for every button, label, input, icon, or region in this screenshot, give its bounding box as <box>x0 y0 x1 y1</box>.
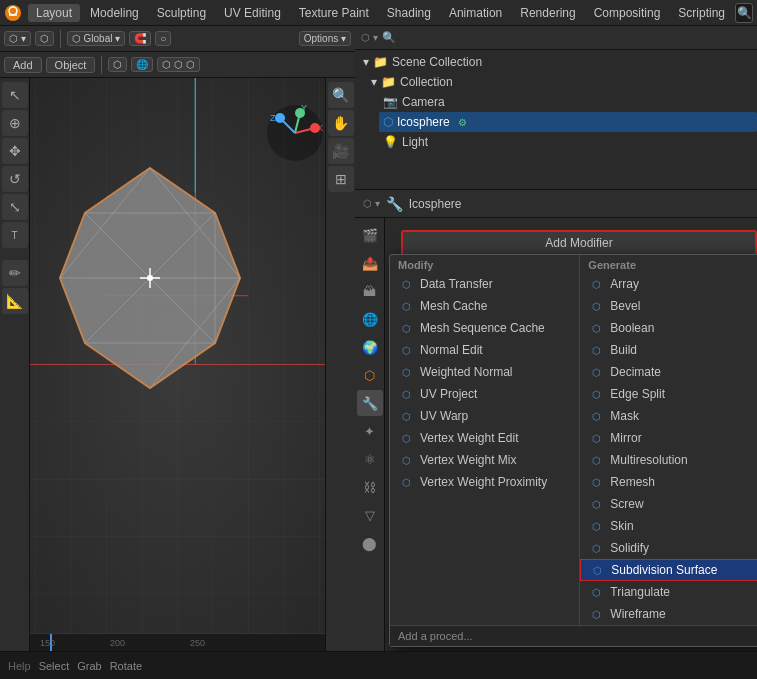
camera-view-tool[interactable]: 🎥 <box>328 138 354 164</box>
dropdown-remesh[interactable]: ⬡ Remesh <box>580 471 757 493</box>
options-btn[interactable]: Options ▾ <box>299 31 351 46</box>
particle-props-icon[interactable]: ✦ <box>357 418 383 444</box>
menu-sculpting[interactable]: Sculpting <box>149 4 214 22</box>
world-props-icon[interactable]: 🌍 <box>357 334 383 360</box>
dropdown-vwe[interactable]: ⬡ Vertex Weight Edit <box>390 427 579 449</box>
ne-icon: ⬡ <box>398 342 414 358</box>
outliner-item-light[interactable]: 💡 Light <box>379 132 757 152</box>
add-procedural-label[interactable]: Add a proced... <box>398 630 473 642</box>
menu-animation[interactable]: Animation <box>441 4 510 22</box>
top-menu-bar: Layout Modeling Sculpting UV Editing Tex… <box>0 0 757 26</box>
menu-shading[interactable]: Shading <box>379 4 439 22</box>
dropdown-subdivision-surface[interactable]: ⬡ Subdivision Surface <box>580 559 757 581</box>
dropdown-multires[interactable]: ⬡ Multiresolution <box>580 449 757 471</box>
dropdown-mask[interactable]: ⬡ Mask <box>580 405 757 427</box>
object-menu-btn[interactable]: Object <box>46 57 96 73</box>
modify-section-title: Modify <box>390 255 579 273</box>
dropdown-solidify[interactable]: ⬡ Solidify <box>580 537 757 559</box>
dropdown-screw[interactable]: ⬡ Screw <box>580 493 757 515</box>
bool-icon: ⬡ <box>588 320 604 336</box>
dropdown-normal-edit[interactable]: ⬡ Normal Edit <box>390 339 579 361</box>
dropdown-vwm[interactable]: ⬡ Vertex Weight Mix <box>390 449 579 471</box>
render-props-icon[interactable]: 🎬 <box>357 222 383 248</box>
physics-props-icon[interactable]: ⚛ <box>357 446 383 472</box>
dropdown-array[interactable]: ⬡ Array <box>580 273 757 295</box>
viewport-menu-btn[interactable]: ⬡ ▾ <box>4 31 31 46</box>
annotate-tool[interactable]: ✏ <box>2 260 28 286</box>
dropdown-mesh-cache[interactable]: ⬡ Mesh Cache <box>390 295 579 317</box>
viewport-canvas[interactable]: X Y Z ↖ ⊕ ✥ ↺ ⤡ T ✏ 📐 🔍 ✋ 🎥 <box>0 78 355 651</box>
dropdown-data-transfer[interactable]: ⬡ Data Transfer <box>390 273 579 295</box>
dropdown-bevel[interactable]: ⬡ Bevel <box>580 295 757 317</box>
dec-label: Decimate <box>610 365 661 379</box>
dropdown-uv-project[interactable]: ⬡ UV Project <box>390 383 579 405</box>
svg-point-42 <box>147 275 153 281</box>
outliner-menu[interactable]: ⬡ ▾ <box>361 32 378 43</box>
outliner-filter[interactable]: 🔍 <box>382 31 396 44</box>
dropdown-vwp[interactable]: ⬡ Vertex Weight Proximity <box>390 471 579 493</box>
dropdown-mirror[interactable]: ⬡ Mirror <box>580 427 757 449</box>
dropdown-decimate[interactable]: ⬡ Decimate <box>580 361 757 383</box>
world-space-btn[interactable]: 🌐 <box>131 57 153 72</box>
outliner-item-collection[interactable]: ▾ 📁 Collection <box>367 72 757 92</box>
dropdown-edge-split[interactable]: ⬡ Edge Split <box>580 383 757 405</box>
view-layer-icon[interactable]: 🏔 <box>357 278 383 304</box>
overlay-btn[interactable]: ⬡ ⬡ ⬡ <box>157 57 200 72</box>
menu-uv-editing[interactable]: UV Editing <box>216 4 289 22</box>
props-menu-icon[interactable]: ⬡ ▾ <box>363 198 380 209</box>
dropdown-uv-warp[interactable]: ⬡ UV Warp <box>390 405 579 427</box>
timeline-ruler: 150 200 250 <box>30 633 325 651</box>
snap-btn[interactable]: 🧲 <box>129 31 151 46</box>
camera-label: Camera <box>402 95 445 109</box>
light-icon: 💡 <box>383 135 398 149</box>
select-tool[interactable]: ↖ <box>2 82 28 108</box>
outliner-item-camera[interactable]: 📷 Camera <box>379 92 757 112</box>
output-props-icon[interactable]: 📤 <box>357 250 383 276</box>
gizmo-widget: X Y Z <box>267 103 323 161</box>
global-search[interactable]: 🔍 <box>735 3 753 23</box>
dropdown-boolean[interactable]: ⬡ Boolean <box>580 317 757 339</box>
viewport-shading-btn[interactable]: ⬡ <box>35 31 54 46</box>
outliner-header: ⬡ ▾ 🔍 <box>355 26 757 50</box>
data-props-icon[interactable]: ▽ <box>357 502 383 528</box>
menu-texture-paint[interactable]: Texture Paint <box>291 4 377 22</box>
constraints-icon[interactable]: ⛓ <box>357 474 383 500</box>
global-transform-btn[interactable]: ⬡ Global ▾ <box>67 31 125 46</box>
dropdown-mesh-seq-cache[interactable]: ⬡ Mesh Sequence Cache <box>390 317 579 339</box>
dropdown-skin[interactable]: ⬡ Skin <box>580 515 757 537</box>
bev-label: Bevel <box>610 299 640 313</box>
move-tool[interactable]: ✥ <box>2 138 28 164</box>
proportional-btn[interactable]: ○ <box>155 31 171 46</box>
outliner-item-scene[interactable]: ▾ 📁 Scene Collection <box>355 52 757 72</box>
menu-compositing[interactable]: Compositing <box>586 4 669 22</box>
object-props-icon[interactable]: ⬡ <box>357 362 383 388</box>
scale-tool[interactable]: ⤡ <box>2 194 28 220</box>
dropdown-wireframe[interactable]: ⬡ Wireframe <box>580 603 757 625</box>
svg-text:Z: Z <box>270 113 276 123</box>
menu-layout[interactable]: Layout <box>28 4 80 22</box>
dropdown-triangulate[interactable]: ⬡ Triangulate <box>580 581 757 603</box>
menu-modeling[interactable]: Modeling <box>82 4 147 22</box>
mask-label: Mask <box>610 409 639 423</box>
move-icon-btn[interactable]: ⬡ <box>108 57 127 72</box>
pan-tool[interactable]: ✋ <box>328 110 354 136</box>
add-menu-btn[interactable]: Add <box>4 57 42 73</box>
menu-scripting[interactable]: Scripting <box>670 4 733 22</box>
blender-logo[interactable] <box>4 2 22 24</box>
cursor-tool[interactable]: ⊕ <box>2 110 28 136</box>
vwm-icon: ⬡ <box>398 452 414 468</box>
add-modifier-button[interactable]: Add Modifier <box>401 230 757 256</box>
outliner-item-icosphere[interactable]: ⬡ Icosphere ⚙ <box>379 112 757 132</box>
dropdown-build[interactable]: ⬡ Build <box>580 339 757 361</box>
dropdown-weighted-normal[interactable]: ⬡ Weighted Normal <box>390 361 579 383</box>
vwe-icon: ⬡ <box>398 430 414 446</box>
measure-tool[interactable]: 📐 <box>2 288 28 314</box>
modifier-props-icon[interactable]: 🔧 <box>357 390 383 416</box>
transform-tool[interactable]: T <box>2 222 28 248</box>
scene-props-icon[interactable]: 🌐 <box>357 306 383 332</box>
menu-rendering[interactable]: Rendering <box>512 4 583 22</box>
grid-tool[interactable]: ⊞ <box>328 166 354 192</box>
rotate-tool[interactable]: ↺ <box>2 166 28 192</box>
zoom-tool[interactable]: 🔍 <box>328 82 354 108</box>
material-props-icon[interactable]: ⬤ <box>357 530 383 556</box>
